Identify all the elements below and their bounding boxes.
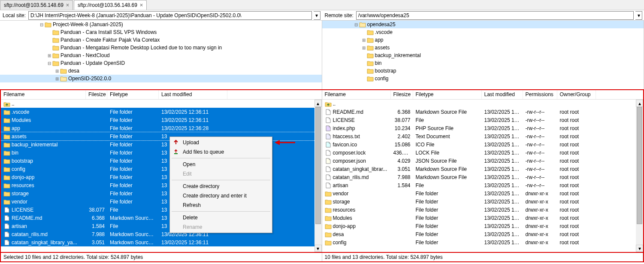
column-header[interactable]: Owner/Group bbox=[557, 90, 596, 99]
file-row[interactable]: vendorFile folder13 bbox=[1, 197, 322, 206]
expander-icon[interactable]: ⊞ bbox=[54, 69, 60, 73]
tree-item[interactable]: .vscode bbox=[322, 28, 644, 36]
file-row[interactable]: vendorFile folder13/02/2025 13:...drwxr-… bbox=[322, 189, 644, 197]
file-row[interactable]: configFile folder13 bbox=[1, 165, 322, 173]
tree-item[interactable]: backup_inkremental bbox=[322, 52, 644, 59]
tree-item[interactable]: Panduan - Create Faktur Pajak Via Coreta… bbox=[0, 36, 322, 44]
column-header[interactable]: Filename bbox=[1, 90, 86, 99]
file-row[interactable]: appFile folder13/02/2025 12:36:28 bbox=[1, 124, 322, 132]
file-row[interactable]: .vscodeFile folder13/02/2025 12:36:11 bbox=[1, 108, 322, 116]
expander-icon[interactable]: ⊞ bbox=[361, 38, 367, 42]
column-header[interactable]: Filetype bbox=[413, 90, 482, 99]
file-row[interactable]: assetsFile folder13 bbox=[1, 132, 322, 140]
file-row[interactable]: bootstrapFile folder13 bbox=[1, 157, 322, 165]
column-header[interactable]: Last modified bbox=[159, 90, 227, 99]
cell-size bbox=[86, 103, 107, 104]
expander-icon[interactable]: ⊞ bbox=[54, 76, 60, 81]
local-directory-tree[interactable]: ⊟Project-Week-8 (Januari-2025)Panduan - … bbox=[0, 21, 322, 89]
column-header[interactable]: Filesize bbox=[86, 90, 107, 99]
file-row[interactable]: htaccess.txt2.402Text Document13/02/2025… bbox=[322, 132, 644, 140]
file-row[interactable]: .. bbox=[322, 100, 644, 108]
remote-path-input[interactable] bbox=[356, 11, 634, 20]
cell-size bbox=[391, 218, 413, 218]
file-row[interactable]: configFile folder13/02/2025 13:...drwxr-… bbox=[322, 238, 644, 246]
cell-size: 38.077 bbox=[86, 206, 107, 213]
scroll-up-icon[interactable]: ▴ bbox=[636, 100, 643, 107]
expander-icon[interactable]: ⊞ bbox=[361, 46, 367, 50]
tab-1[interactable]: sftp://root@103.56.148.69 × bbox=[74, 0, 147, 10]
cell-type: File folder bbox=[107, 125, 159, 132]
tab-label: sftp://root@103.56.148.69 bbox=[4, 2, 63, 8]
column-header[interactable]: Filesize bbox=[391, 90, 413, 99]
file-row[interactable]: LICENSE38.077File13 bbox=[1, 206, 322, 214]
menu-item-add-files-to-queue[interactable]: Add files to queue bbox=[171, 147, 271, 157]
file-row[interactable]: catatan_singkat_library_ya...3.051Markdo… bbox=[1, 238, 322, 246]
scrollbar[interactable]: ▴▾ bbox=[314, 100, 322, 252]
file-row[interactable]: README.md6.368Markdown Source File13/02/… bbox=[322, 108, 644, 116]
tree-item[interactable]: bootstrap bbox=[322, 67, 644, 75]
file-row[interactable]: LICENSE38.077File13/02/2025 13:...-rw-r-… bbox=[322, 116, 644, 124]
tree-item[interactable]: config bbox=[322, 75, 644, 82]
tree-item[interactable]: ⊞app bbox=[322, 36, 644, 44]
remote-path-dropdown[interactable]: ▾ bbox=[635, 11, 642, 20]
close-icon[interactable]: × bbox=[140, 2, 143, 8]
file-row[interactable]: index.php10.234PHP Source File13/02/2025… bbox=[322, 124, 644, 132]
tab-0[interactable]: sftp://root@103.56.148.69 × bbox=[0, 0, 73, 10]
file-row[interactable]: resourcesFile folder13/02/2025 13:...drw… bbox=[322, 206, 644, 214]
expander-icon[interactable]: ⊞ bbox=[46, 53, 52, 58]
column-header[interactable]: Permissions bbox=[523, 90, 557, 99]
expander-icon[interactable]: ⊟ bbox=[353, 22, 359, 27]
scroll-down-icon[interactable]: ▾ bbox=[314, 245, 322, 252]
remote-file-list[interactable]: FilenameFilesizeFiletypeLast modifiedPer… bbox=[322, 90, 644, 252]
tree-item[interactable]: ⊞OpenSID-2502.0.0 bbox=[0, 75, 322, 82]
file-row[interactable]: composer.json4.029JSON Source File13/02/… bbox=[322, 157, 644, 165]
menu-item-open[interactable]: Open bbox=[171, 160, 271, 169]
expander-icon[interactable]: ⊟ bbox=[46, 61, 52, 66]
tree-item[interactable]: ⊞Panduan - NextCloud bbox=[0, 52, 322, 59]
tree-item[interactable]: bin bbox=[322, 59, 644, 67]
column-header[interactable]: Filetype bbox=[107, 90, 159, 99]
column-header[interactable]: Last modified bbox=[482, 90, 523, 99]
menu-item-upload[interactable]: Upload bbox=[171, 138, 271, 147]
file-row[interactable]: README.md6.368Markdown Source ...13 bbox=[1, 214, 322, 222]
scrollbar[interactable]: ▴▾ bbox=[636, 100, 643, 252]
tree-item[interactable]: ⊞desa bbox=[0, 67, 322, 75]
menu-item-delete[interactable]: Delete bbox=[171, 213, 271, 222]
expander-icon[interactable]: ⊟ bbox=[39, 22, 45, 27]
file-row[interactable]: catatan_rilis.md7.988Markdown Source ...… bbox=[1, 230, 322, 238]
file-row[interactable]: storageFile folder13 bbox=[1, 189, 322, 197]
scroll-up-icon[interactable]: ▴ bbox=[314, 100, 322, 107]
file-row[interactable]: backup_inkrementalFile folder13 bbox=[1, 140, 322, 149]
local-path-dropdown[interactable]: ▾ bbox=[314, 11, 320, 20]
menu-item-create-directory[interactable]: Create directory bbox=[171, 182, 271, 191]
tree-item[interactable]: ⊟opendesa25 bbox=[322, 21, 644, 28]
tree-item[interactable]: ⊞assets bbox=[322, 44, 644, 52]
file-row[interactable]: artisan1.584File13/02/2025 13:...-rw-r--… bbox=[322, 181, 644, 189]
file-row[interactable]: .. bbox=[1, 100, 322, 108]
scroll-down-icon[interactable]: ▾ bbox=[636, 245, 643, 252]
column-header[interactable]: Filename bbox=[322, 90, 391, 99]
file-row[interactable]: binFile folder13 bbox=[1, 149, 322, 157]
close-icon[interactable]: × bbox=[66, 2, 69, 8]
local-path-input[interactable] bbox=[28, 11, 311, 20]
file-row[interactable]: storageFile folder13/02/2025 13:...drwxr… bbox=[322, 197, 644, 206]
file-row[interactable]: composer.lock436.078LOCK File13/02/2025 … bbox=[322, 149, 644, 157]
file-row[interactable]: catatan_singkat_librar...3.051Markdown S… bbox=[322, 165, 644, 173]
file-row[interactable]: resourcesFile folder13 bbox=[1, 181, 322, 189]
file-row[interactable]: desaFile folder13/02/2025 13:...drwxr-xr… bbox=[322, 230, 644, 238]
file-row[interactable]: ModulesFile folder13/02/2025 13:...drwxr… bbox=[322, 214, 644, 222]
tree-item[interactable]: Panduan - Cara Install SSL VPS Windows bbox=[0, 28, 322, 36]
remote-directory-tree[interactable]: ⊟opendesa25.vscode⊞app⊞assetsbackup_inkr… bbox=[322, 21, 644, 89]
file-row[interactable]: ModulesFile folder13/02/2025 12:36:11 bbox=[1, 116, 322, 124]
file-row[interactable]: donjo-appFile folder13 bbox=[1, 173, 322, 181]
file-row[interactable]: donjo-appFile folder13/02/2025 13:...drw… bbox=[322, 222, 644, 230]
tree-item[interactable]: Panduan - Mengatasi Remote Desktop Locke… bbox=[0, 44, 322, 52]
tree-item[interactable]: ⊟Panduan - Update OpenSID bbox=[0, 59, 322, 67]
file-row[interactable]: artisan1.584File13 bbox=[1, 222, 322, 230]
menu-item-create-directory-and-enter-it[interactable]: Create directory and enter it bbox=[171, 191, 271, 200]
file-row[interactable]: favicon.ico15.086ICO File13/02/2025 13:.… bbox=[322, 140, 644, 149]
file-row[interactable]: catatan_rilis.md7.988Markdown Source Fil… bbox=[322, 173, 644, 181]
menu-item-refresh[interactable]: Refresh bbox=[171, 200, 271, 210]
tree-item[interactable]: ⊟Project-Week-8 (Januari-2025) bbox=[0, 21, 322, 28]
local-file-list[interactable]: FilenameFilesizeFiletypeLast modified...… bbox=[1, 90, 322, 252]
